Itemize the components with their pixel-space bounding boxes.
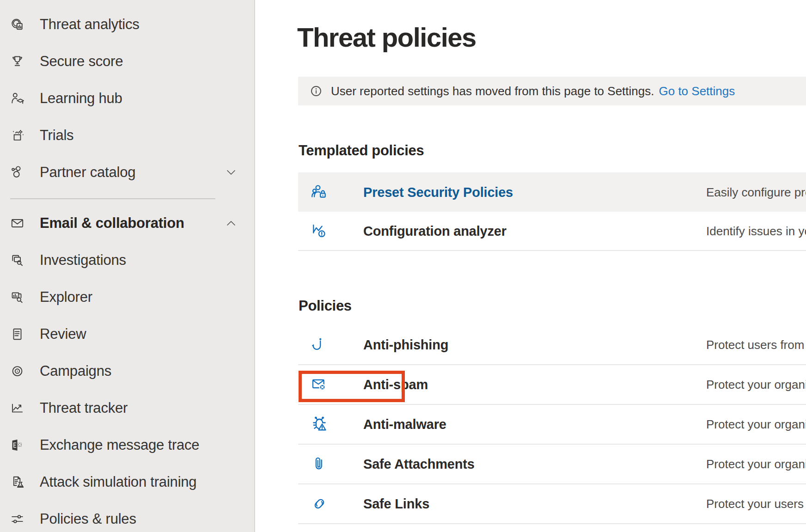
campaigns-icon — [9, 363, 25, 379]
policy-row-safe-links[interactable]: Safe LinksProtect your users fr — [298, 484, 806, 524]
sidebar-item-label: Email & collaboration — [40, 215, 184, 232]
policy-row-label[interactable]: Safe Attachments — [363, 457, 475, 472]
policy-row-description: Identify issues in you — [706, 224, 806, 238]
policies-list: Anti-phishingProtect users from pAnti-sp… — [298, 325, 806, 524]
mail-icon — [9, 215, 25, 232]
sidebar-item-threat-analytics[interactable]: Threat analytics — [0, 10, 254, 39]
page-title: Threat policies — [297, 24, 476, 51]
chevron-down-icon[interactable] — [224, 165, 238, 180]
policy-row-label[interactable]: Preset Security Policies — [363, 184, 513, 200]
safe-attachments-icon — [310, 454, 329, 474]
policy-row-label[interactable]: Anti-phishing — [363, 337, 448, 353]
sidebar-item-label: Explorer — [40, 289, 92, 306]
policy-row-description: Protect your organiz — [706, 378, 806, 392]
chevron-up-icon[interactable] — [224, 216, 238, 231]
sidebar-item-email-collaboration[interactable]: Email & collaboration — [0, 208, 254, 238]
exchange-icon — [9, 437, 25, 453]
policy-row-description: Protect your organiz — [706, 417, 806, 432]
secure-score-icon — [9, 54, 25, 70]
policies-rules-icon — [9, 511, 25, 527]
sidebar-item-review[interactable]: Review — [0, 319, 254, 349]
sidebar-item-campaigns[interactable]: Campaigns — [0, 356, 254, 386]
policy-row-safe-attachments[interactable]: Safe AttachmentsProtect your organiz — [298, 445, 806, 484]
sidebar-item-threat-tracker[interactable]: Threat tracker — [0, 393, 254, 423]
sidebar-item-label: Campaigns — [40, 363, 111, 379]
sidebar-item-label: Policies & rules — [40, 511, 136, 527]
sidebar-item-secure-score[interactable]: Secure score — [0, 47, 254, 76]
sidebar-item-label: Threat tracker — [40, 400, 128, 416]
sidebar-item-label: Trials — [40, 127, 73, 144]
trials-icon — [9, 128, 25, 144]
policy-row-label[interactable]: Safe Links — [363, 496, 429, 512]
explorer-icon — [9, 289, 25, 306]
anti-malware-icon — [310, 415, 329, 434]
sidebar-item-label: Threat analytics — [40, 16, 140, 33]
threat-analytics-icon — [9, 17, 25, 33]
sidebar-divider — [10, 198, 215, 199]
policy-row-label[interactable]: Configuration analyzer — [363, 223, 507, 238]
threat-tracker-icon — [9, 400, 25, 416]
sidebar-item-partner-catalog[interactable]: Partner catalog — [0, 158, 254, 187]
sidebar-item-trials[interactable]: Trials — [0, 121, 254, 150]
templated-policies-list: Preset Security PoliciesEasily configure… — [298, 172, 806, 251]
policy-row-label[interactable]: Anti-spam — [363, 377, 428, 392]
policy-row-anti-phishing[interactable]: Anti-phishingProtect users from p — [298, 325, 806, 365]
policy-row-preset-security-policies[interactable]: Preset Security PoliciesEasily configure… — [298, 172, 806, 212]
info-icon — [309, 84, 324, 98]
info-banner: User reported settings has moved from th… — [298, 77, 806, 105]
sidebar-item-label: Secure score — [40, 53, 123, 70]
policy-row-anti-spam[interactable]: Anti-spamProtect your organiz — [298, 365, 806, 405]
anti-phishing-icon — [310, 335, 329, 355]
preset-security-icon — [310, 183, 329, 202]
banner-text: User reported settings has moved from th… — [331, 84, 654, 98]
policy-row-description: Protect users from p — [706, 338, 806, 352]
sidebar-item-label: Attack simulation training — [40, 474, 196, 490]
sidebar-item-investigations[interactable]: Investigations — [0, 245, 254, 275]
go-to-settings-link[interactable]: Go to Settings — [659, 84, 735, 98]
safe-links-icon — [310, 494, 329, 514]
policy-row-description: Protect your organiz — [706, 457, 806, 471]
policy-row-description: Protect your users fr — [706, 497, 806, 511]
sidebar-item-exchange-message-trace[interactable]: Exchange message trace — [0, 430, 254, 460]
review-icon — [9, 326, 25, 342]
learning-hub-icon — [9, 91, 25, 107]
sidebar-item-label: Partner catalog — [40, 164, 135, 181]
anti-spam-icon — [310, 375, 329, 394]
sidebar: Threat analyticsSecure scoreLearning hub… — [0, 0, 255, 532]
sidebar-item-label: Review — [40, 326, 86, 342]
sidebar-item-policies-rules[interactable]: Policies & rules — [0, 504, 254, 532]
sidebar-item-attack-simulation-training[interactable]: Attack simulation training — [0, 467, 254, 497]
section-heading-policies: Policies — [299, 299, 352, 313]
sidebar-item-label: Learning hub — [40, 90, 122, 107]
sidebar-item-explorer[interactable]: Explorer — [0, 282, 254, 312]
attack-sim-icon — [9, 474, 25, 490]
policy-row-label[interactable]: Anti-malware — [363, 417, 446, 432]
partner-catalog-icon — [9, 165, 25, 181]
sidebar-item-label: Investigations — [40, 252, 126, 269]
section-heading-templated-policies: Templated policies — [299, 143, 424, 158]
policy-row-anti-malware[interactable]: Anti-malwareProtect your organiz — [298, 405, 806, 445]
sidebar-item-label: Exchange message trace — [40, 437, 199, 453]
investigations-icon — [9, 252, 25, 269]
config-analyzer-icon — [310, 221, 329, 241]
policy-row-description: Easily configure prot — [706, 185, 806, 199]
policy-row-configuration-analyzer[interactable]: Configuration analyzerIdentify issues in… — [298, 212, 806, 251]
sidebar-item-learning-hub[interactable]: Learning hub — [0, 84, 254, 113]
